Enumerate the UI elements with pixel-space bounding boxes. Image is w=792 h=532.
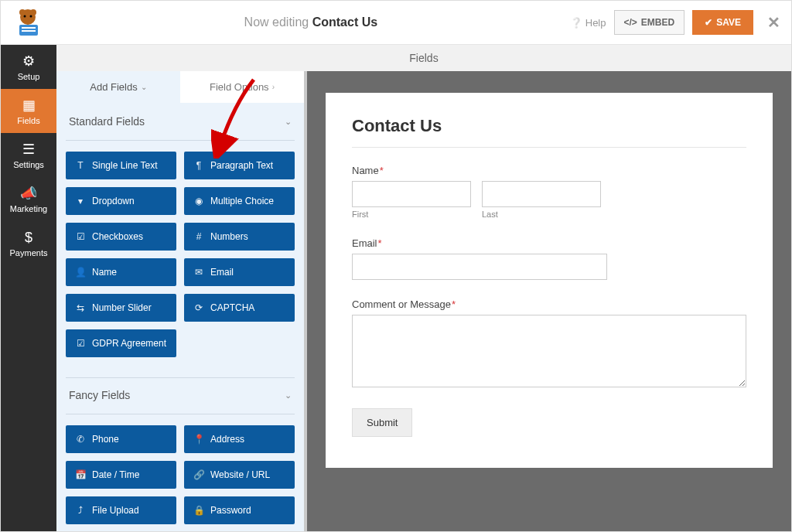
rail-label: Settings	[13, 160, 44, 169]
comment-textarea[interactable]	[352, 315, 746, 387]
tab-add-fields[interactable]: Add Fields ⌄	[56, 71, 180, 103]
field-email[interactable]: Email*	[352, 237, 746, 280]
megaphone-icon: 📣	[20, 186, 37, 200]
field-btn-date-time[interactable]: 📅Date / Time	[66, 461, 176, 489]
rail-item-marketing[interactable]: 📣 Marketing	[1, 177, 56, 221]
rail-item-fields[interactable]: ▦ Fields	[1, 89, 56, 133]
divider	[66, 414, 295, 414]
tab-field-options[interactable]: Field Options ›	[180, 71, 304, 103]
chevron-down-icon: ⌄	[285, 117, 292, 127]
field-name[interactable]: Name* First Last	[352, 165, 746, 219]
field-btn-single-line-text[interactable]: TSingle Line Text	[66, 152, 176, 179]
left-rail: ⚙ Setup ▦ Fields ☰ Settings 📣 Marketing …	[1, 45, 56, 531]
sliders-icon: ☰	[22, 142, 35, 156]
field-label: Comment or Message*	[352, 298, 746, 310]
standard-fields-grid: TSingle Line Text¶Paragraph Text▾Dropdow…	[66, 152, 295, 357]
field-type-icon: 🔗	[193, 469, 204, 480]
svg-point-1	[19, 9, 26, 15]
top-bar: Now editing Contact Us ❔ Help </> EMBED …	[1, 1, 791, 45]
field-btn-address[interactable]: 📍Address	[184, 425, 295, 453]
fancy-fields-grid: ✆Phone📍Address📅Date / Time🔗Website / URL…	[66, 425, 295, 524]
field-type-icon: 🔒	[193, 505, 204, 516]
field-type-label: Single Line Text	[92, 160, 158, 171]
field-btn-email[interactable]: ✉Email	[184, 258, 295, 286]
rail-item-setup[interactable]: ⚙ Setup	[1, 45, 56, 89]
field-type-label: Password	[210, 505, 251, 516]
svg-point-4	[30, 15, 32, 18]
field-type-icon: ▾	[75, 196, 86, 206]
field-type-icon: 👤	[75, 267, 86, 278]
email-input[interactable]	[352, 254, 607, 280]
field-btn-multiple-choice[interactable]: ◉Multiple Choice	[184, 187, 295, 215]
field-btn-website-url[interactable]: 🔗Website / URL	[184, 461, 295, 489]
field-type-label: Address	[210, 434, 244, 445]
svg-rect-7	[22, 30, 36, 32]
field-btn-dropdown[interactable]: ▾Dropdown	[66, 187, 176, 215]
field-btn-checkboxes[interactable]: ☑Checkboxes	[66, 223, 176, 251]
fields-scroll[interactable]: Standard Fields ⌄ TSingle Line Text¶Para…	[56, 103, 304, 531]
preview-canvas: Contact Us Name* First	[307, 71, 791, 531]
label-text: Email	[352, 237, 377, 249]
svg-rect-6	[22, 27, 36, 29]
field-btn-name[interactable]: 👤Name	[66, 258, 176, 286]
tab-label: Add Fields	[90, 81, 137, 93]
field-btn-phone[interactable]: ✆Phone	[66, 425, 176, 453]
field-btn-numbers[interactable]: #Numbers	[184, 223, 295, 251]
form-preview[interactable]: Contact Us Name* First	[326, 93, 773, 468]
section-fancy-fields[interactable]: Fancy Fields ⌄	[66, 389, 295, 409]
field-type-icon: #	[193, 231, 204, 242]
help-link[interactable]: ❔ Help	[570, 17, 606, 29]
field-btn-captcha[interactable]: ⟳CAPTCHA	[184, 294, 295, 322]
required-mark: *	[452, 298, 456, 310]
tab-label: Field Options	[210, 81, 269, 93]
field-type-icon: 📅	[75, 469, 86, 480]
field-label: Name*	[352, 165, 746, 176]
field-type-label: Date / Time	[92, 469, 139, 480]
chevron-right-icon: ›	[272, 83, 275, 91]
field-type-icon: ⤴	[75, 505, 86, 516]
field-type-icon: ✆	[75, 434, 86, 445]
field-type-icon: ⟳	[193, 302, 204, 313]
field-type-label: Checkboxes	[92, 231, 143, 242]
close-icon[interactable]: ✕	[767, 13, 780, 32]
label-text: Comment or Message	[352, 298, 451, 310]
field-comment[interactable]: Comment or Message*	[352, 298, 746, 390]
field-type-label: Numbers	[210, 231, 248, 242]
svg-point-3	[24, 15, 26, 18]
app-logo	[12, 6, 44, 39]
embed-button[interactable]: </> EMBED	[614, 10, 685, 35]
sidebar-tabs: Add Fields ⌄ Field Options ›	[56, 71, 304, 103]
label-text: Name	[352, 165, 379, 176]
dollar-icon: $	[25, 230, 32, 244]
field-btn-password[interactable]: 🔒Password	[184, 496, 295, 524]
check-icon: ✔	[705, 17, 712, 28]
field-type-icon: T	[75, 160, 86, 171]
field-type-icon: 📍	[193, 434, 204, 445]
field-type-label: CAPTCHA	[210, 302, 254, 313]
save-button[interactable]: ✔ SAVE	[692, 10, 753, 35]
chevron-down-icon: ⌄	[285, 390, 292, 401]
editing-prefix: Now editing	[244, 15, 309, 29]
field-label: Email*	[352, 237, 746, 249]
field-type-label: Phone	[92, 434, 119, 445]
first-name-input[interactable]	[352, 181, 471, 207]
field-btn-paragraph-text[interactable]: ¶Paragraph Text	[184, 152, 295, 179]
field-btn-gdpr-agreement[interactable]: ☑GDPR Agreement	[66, 329, 176, 357]
field-type-label: Email	[210, 267, 234, 278]
rail-item-payments[interactable]: $ Payments	[1, 221, 56, 265]
divider	[66, 140, 295, 141]
embed-label: EMBED	[641, 17, 674, 28]
main-area: Fields Add Fields ⌄ Field Options ›	[56, 45, 791, 531]
rail-item-settings[interactable]: ☰ Settings	[1, 133, 56, 177]
editing-title: Now editing Contact Us	[52, 15, 570, 29]
workspace: ⚙ Setup ▦ Fields ☰ Settings 📣 Marketing …	[1, 45, 791, 531]
field-btn-number-slider[interactable]: ⇆Number Slider	[66, 294, 176, 322]
rail-label: Fields	[17, 116, 39, 125]
field-btn-file-upload[interactable]: ⤴File Upload	[66, 496, 176, 524]
chevron-down-icon: ⌄	[141, 83, 147, 91]
section-standard-fields[interactable]: Standard Fields ⌄	[66, 103, 295, 135]
rail-label: Payments	[10, 248, 48, 257]
field-type-icon: ◉	[193, 196, 204, 206]
submit-button[interactable]: Submit	[352, 408, 412, 437]
last-name-input[interactable]	[482, 181, 601, 207]
